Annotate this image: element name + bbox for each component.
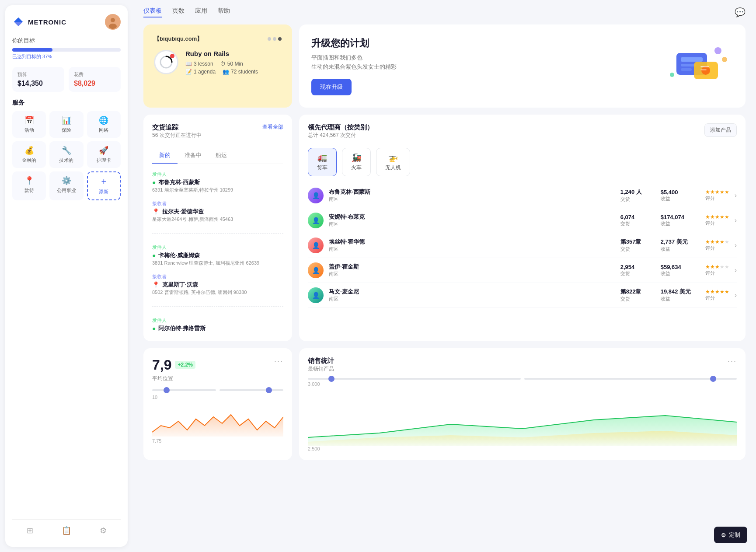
- upgrade-text: 升级您的计划 平面插图和我们多色 生动的未混合紫色头发女士的精彩 现在升级: [311, 37, 397, 95]
- stat-range-right[interactable]: [219, 389, 283, 391]
- star-icons: ★★★★★: [705, 239, 729, 245]
- transactions-value: 第357章: [620, 238, 655, 246]
- expense-card: 花费 $8,029: [69, 67, 121, 92]
- sales-card: 销售统计 最畅销产品 ··· 3,000: [299, 348, 746, 460]
- course-dot: [170, 54, 174, 58]
- delivery-role-sender: 发件人: [152, 171, 283, 178]
- delivery-address: 6391 埃尔全至塞莱斯,特拉华州 10299: [152, 187, 283, 193]
- service-item-network[interactable]: 🌐 网络: [87, 111, 121, 138]
- row-3: 7,9 +2.2% 平均位置 ··· 10: [143, 348, 746, 460]
- upgrade-button[interactable]: 现在升级: [311, 79, 352, 95]
- students-meta: 👥 72 students: [223, 69, 258, 75]
- delivery-name: ● 布鲁克林·西蒙斯: [152, 178, 283, 186]
- delivery-tab-shipping[interactable]: 船运: [209, 148, 234, 164]
- star-icons: ★★★★★: [705, 214, 729, 220]
- nav-tab-dashboard[interactable]: 仪表板: [143, 7, 162, 17]
- table-row: 👤 马文·麦金尼 南区 第822章 交货 19,842 美元 收益: [308, 283, 737, 308]
- service-item-hospitality[interactable]: 📍 款待: [12, 171, 46, 200]
- delivery-divider-2: [152, 306, 283, 307]
- nav-tab-apps[interactable]: 应用: [195, 7, 207, 17]
- nav-tab-pages[interactable]: 页数: [172, 7, 185, 17]
- add-product-button[interactable]: 添加产品: [704, 123, 737, 137]
- sales-range-right[interactable]: [524, 378, 737, 380]
- user-avatar[interactable]: [105, 14, 121, 30]
- upgrade-desc: 平面插图和我们多色 生动的未混合紫色头发女士的精彩: [311, 53, 397, 72]
- truck-icon: 🚛: [317, 153, 327, 162]
- customize-label: 定制: [729, 531, 740, 539]
- progress-bar-fill: [12, 48, 52, 52]
- agent-transactions: 第357章 交货: [620, 238, 655, 252]
- agent-revenue: 19,842 美元 收益: [661, 288, 700, 302]
- revenue-value: $5,400: [661, 189, 700, 196]
- agent-arrow-button[interactable]: ›: [735, 241, 737, 249]
- service-label: 款待: [24, 187, 34, 194]
- sales-range-left[interactable]: [308, 378, 521, 380]
- agent-avatar: 👤: [308, 262, 324, 278]
- agent-arrow-button[interactable]: ›: [735, 291, 737, 299]
- chat-icon[interactable]: 💬: [735, 7, 746, 17]
- upgrade-title: 升级您的计划: [311, 37, 397, 50]
- transactions-label: 交货: [620, 220, 655, 227]
- service-item-activity[interactable]: 📅 活动: [12, 111, 46, 138]
- agent-arrow-button[interactable]: ›: [735, 192, 737, 199]
- category-tab-train[interactable]: 🚂 火车: [342, 148, 371, 176]
- svg-rect-13: [700, 66, 709, 67]
- delivery-tab-new[interactable]: 新的: [152, 148, 178, 164]
- agent-name: 埃丝特·霍华德: [329, 238, 615, 246]
- revenue-value: 19,842 美元: [661, 288, 700, 296]
- service-item-utility[interactable]: ⚙️ 公用事业: [49, 171, 83, 200]
- stat-range-left[interactable]: [152, 389, 216, 391]
- service-item-add[interactable]: + 添新: [87, 171, 121, 200]
- y-label-775: 7.75: [152, 438, 283, 444]
- y-label-10: 10: [152, 395, 157, 400]
- service-item-insurance[interactable]: 📊 保险: [49, 111, 83, 138]
- sales-more-button[interactable]: ···: [728, 357, 737, 366]
- svg-point-15: [722, 57, 727, 62]
- agent-avatar: 👤: [308, 213, 324, 228]
- delivery-tab-preparing[interactable]: 准备中: [178, 148, 209, 164]
- category-tab-truck[interactable]: 🚛 货车: [308, 148, 337, 176]
- agent-avatar: 👤: [308, 287, 324, 303]
- nav-tab-help[interactable]: 帮助: [218, 7, 230, 17]
- stat-label: 平均位置: [152, 375, 195, 382]
- category-tab-drone[interactable]: 🚁 无人机: [376, 148, 410, 176]
- agent-info: 盖伊·霍金斯 南区: [329, 263, 615, 277]
- service-item-tech[interactable]: 🔧 技术的: [49, 141, 83, 168]
- customize-button[interactable]: ⚙ 定制: [714, 527, 747, 543]
- settings-icon[interactable]: ⚙: [97, 523, 109, 538]
- layers-icon[interactable]: ⊞: [24, 523, 36, 538]
- agent-arrow-button[interactable]: ›: [735, 217, 737, 224]
- service-item-care[interactable]: 🚀 护理卡: [87, 141, 121, 168]
- course-title: Ruby on Rails: [185, 50, 258, 57]
- main-area: 仪表板 页数 应用 帮助 💬 【biqubiqu.com】: [133, 0, 756, 552]
- services-grid: 📅 活动 📊 保险 🌐 网络 💰 金融的 🔧 技术的 🚀 护理卡: [12, 111, 121, 200]
- agent-rating: ★★★★★ 评分: [705, 189, 729, 202]
- category-tabs: 🚛 货车 🚂 火车 🚁 无人机: [308, 148, 737, 176]
- rating-label: 评分: [705, 295, 729, 301]
- services-title: 服务: [12, 99, 121, 107]
- agent-arrow-button[interactable]: ›: [735, 266, 737, 274]
- file-icon[interactable]: 📋: [59, 523, 74, 538]
- course-url-text: 【biqubiqu.com】: [154, 35, 202, 43]
- service-label: 网络: [99, 127, 108, 133]
- agent-info: 安妮特·布莱克 南区: [329, 213, 615, 227]
- rating-label: 评分: [705, 270, 729, 276]
- table-row: 👤 埃丝特·霍华德 南区 第357章 交货 2,737 美元 收益: [308, 233, 737, 258]
- view-all-link[interactable]: 查看全部: [262, 123, 283, 131]
- delivery-address: 8502 普雷斯顿路, 英格尔伍德, 缅因州 98380: [152, 289, 283, 296]
- stat-more-button[interactable]: ···: [274, 357, 283, 366]
- delivery-role-receiver: 接收者: [152, 200, 283, 207]
- agent-revenue: $174,074 收益: [661, 214, 700, 227]
- revenue-value: $59,634: [661, 264, 700, 270]
- revenue-label: 收益: [661, 196, 700, 202]
- delivery-subtitle: 56 次交付正在进行中: [152, 132, 202, 139]
- app-name: METRONIC: [28, 18, 66, 26]
- progress-text: 已达到目标的 37%: [12, 53, 121, 60]
- sales-y-2500: 2,500: [308, 446, 737, 451]
- service-item-finance[interactable]: 💰 金融的: [12, 141, 46, 168]
- delivery-header: 交货追踪 56 次交付正在进行中 查看全部: [152, 123, 283, 146]
- delivery-item: 接收者 📍 拉尔夫·爱德华兹 星家大道2464号 梅萨,新泽西州 45463: [152, 200, 283, 223]
- agent-rating: ★★★★★ 评分: [705, 239, 729, 252]
- table-row: 👤 安妮特·布莱克 南区 6,074 交货 $174,074 收益: [308, 208, 737, 233]
- agent-title: 领先代理商（按类别）: [308, 123, 373, 132]
